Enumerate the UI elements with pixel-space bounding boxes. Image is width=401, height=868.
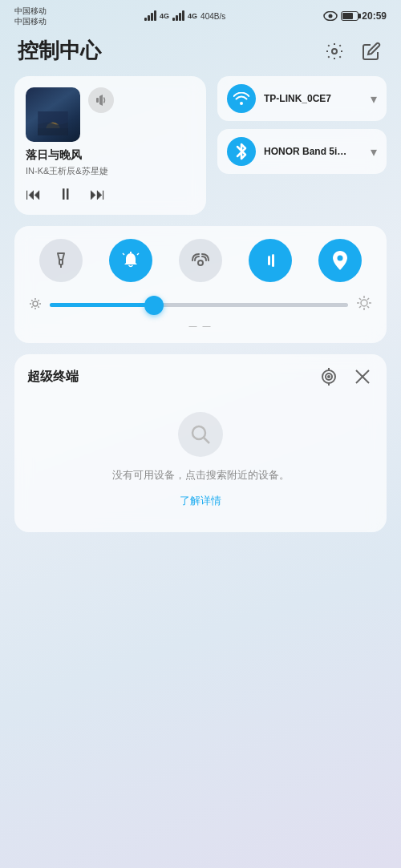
sound-ctrl-toggle[interactable] [249, 239, 292, 282]
svg-line-30 [359, 298, 361, 300]
svg-rect-13 [268, 256, 270, 265]
silent-toggle[interactable] [109, 239, 152, 282]
svg-rect-7 [59, 260, 63, 264]
svg-point-2 [332, 49, 337, 54]
music-title: 落日与晚风 [26, 148, 195, 163]
cc-header-icons [322, 39, 383, 63]
wifi-item[interactable]: TP-LINK_0CE7 ▾ [217, 76, 387, 121]
wifi-info: TP-LINK_0CE7 [264, 93, 363, 104]
brightness-high-icon [356, 295, 372, 315]
svg-line-42 [204, 438, 209, 443]
wifi-icon [227, 84, 256, 113]
toggles-card: — — [14, 226, 387, 343]
wifi-name: TP-LINK_0CE7 [264, 93, 363, 104]
brightness-low-icon [29, 297, 42, 313]
brightness-fill [50, 303, 154, 307]
network-type-1: 4G [160, 12, 169, 20]
next-button[interactable]: ⏭ [90, 185, 106, 204]
svg-point-16 [33, 301, 38, 306]
time: 20:59 [362, 10, 387, 22]
album-art [26, 87, 80, 142]
flashlight-toggle[interactable] [39, 239, 83, 282]
scan-icon[interactable] [318, 365, 340, 388]
svg-point-12 [198, 260, 203, 265]
carrier2: 中国移动 [14, 16, 47, 26]
network-type-2: 4G [188, 12, 197, 20]
cc-header: 控制中心 [0, 29, 401, 76]
svg-point-41 [192, 426, 205, 439]
cc-title: 控制中心 [18, 37, 101, 65]
music-card: 落日与晚风 IN-K&王析辰&苏星婕 ⏮ ⏸ ⏭ [14, 76, 206, 215]
super-terminal-icons [318, 365, 374, 388]
svg-line-33 [367, 298, 369, 300]
svg-line-24 [38, 300, 38, 301]
music-artist: IN-K&王析辰&苏星婕 [26, 165, 195, 177]
svg-line-32 [359, 306, 361, 308]
signal-4g [144, 11, 156, 21]
svg-rect-6 [96, 98, 99, 103]
status-center: 4G 4G 404B/s [144, 11, 225, 21]
super-terminal-body: 没有可用设备，点击搜索附近的设备。 了解详情 [27, 404, 374, 521]
edit-icon[interactable] [359, 39, 383, 63]
status-bar: 中国移动 中国移动 4G 4G 404B/s 20:59 [0, 0, 401, 29]
battery-fill [342, 13, 353, 19]
super-terminal-card: 超级终端 [14, 354, 387, 532]
search-icon[interactable] [178, 412, 223, 457]
wifi-chevron: ▾ [371, 91, 377, 107]
battery-icon [341, 11, 358, 21]
top-panels-row: 落日与晚风 IN-K&王析辰&苏星婕 ⏮ ⏸ ⏭ TP-LINK_0CE7 ▾ [14, 76, 387, 215]
nfc-toggle[interactable] [179, 239, 222, 282]
svg-point-1 [329, 14, 333, 18]
svg-line-31 [367, 306, 369, 308]
svg-point-25 [361, 300, 367, 306]
bluetooth-icon [227, 137, 256, 166]
bluetooth-item[interactable]: HONOR Band 5i… ▾ [217, 129, 387, 174]
svg-rect-14 [272, 254, 274, 267]
svg-line-10 [123, 253, 124, 255]
brightness-thumb[interactable] [144, 296, 164, 315]
brightness-slider[interactable] [50, 303, 348, 307]
status-right: 20:59 [323, 10, 387, 22]
carrier-info: 中国移动 中国移动 [14, 6, 47, 26]
brightness-row [26, 295, 375, 315]
signal-4g-2 [172, 11, 184, 21]
svg-line-22 [38, 306, 38, 307]
prev-button[interactable]: ⏮ [26, 185, 42, 204]
svg-point-15 [338, 256, 343, 261]
network-speed: 404B/s [200, 12, 225, 21]
super-terminal-title: 超级终端 [27, 369, 79, 386]
bluetooth-name: HONOR Band 5i… [264, 146, 363, 157]
music-sound-icon[interactable] [88, 87, 114, 113]
play-pause-button[interactable]: ⏸ [58, 185, 74, 204]
eye-icon [323, 11, 338, 21]
svg-line-21 [31, 300, 32, 301]
carrier1: 中国移动 [14, 6, 47, 16]
super-empty-text: 没有可用设备，点击搜索附近的设备。 [112, 468, 290, 482]
close-icon[interactable] [351, 365, 374, 388]
music-controls: ⏮ ⏸ ⏭ [26, 185, 195, 204]
super-learn-link[interactable]: 了解详情 [180, 494, 221, 508]
bluetooth-chevron: ▾ [371, 144, 377, 159]
toggles-row [26, 239, 375, 282]
svg-point-36 [328, 376, 330, 377]
super-terminal-header: 超级终端 [27, 365, 374, 388]
svg-line-23 [31, 306, 32, 307]
slider-dots: — — [26, 321, 375, 330]
location-toggle[interactable] [318, 239, 362, 282]
bluetooth-info: HONOR Band 5i… [264, 146, 363, 157]
settings-icon[interactable] [322, 39, 346, 63]
svg-line-11 [137, 253, 139, 255]
network-panel: TP-LINK_0CE7 ▾ HONOR Band 5i… ▾ [217, 76, 387, 215]
